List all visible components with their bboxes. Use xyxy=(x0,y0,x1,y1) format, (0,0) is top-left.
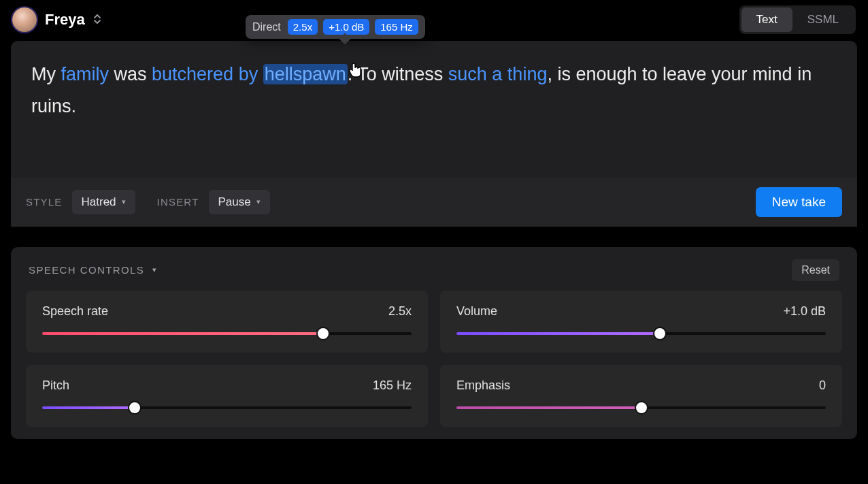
chevron-down-icon: ▾ xyxy=(122,197,126,206)
word-tooltip: Direct 2.5x +1.0 dB 165 Hz xyxy=(246,15,425,39)
editor-footer: STYLE Hatred ▾ INSERT Pause ▾ New take xyxy=(11,178,857,227)
script-highlight[interactable]: such a thing xyxy=(448,64,548,84)
volume-label: Volume xyxy=(456,304,497,319)
chevron-down-icon: ▾ xyxy=(152,265,157,274)
pitch-label: Pitch xyxy=(42,378,69,393)
speech-rate-value: 2.5x xyxy=(388,304,412,319)
pitch-slider[interactable] xyxy=(42,406,412,409)
style-dropdown[interactable]: Hatred ▾ xyxy=(72,190,135,214)
emphasis-slider[interactable] xyxy=(456,406,826,409)
insert-label: INSERT xyxy=(157,196,199,208)
emphasis-label: Emphasis xyxy=(456,378,510,393)
speech-rate-slider[interactable] xyxy=(42,332,412,335)
mode-text-button[interactable]: Text xyxy=(741,7,792,32)
avatar xyxy=(12,7,37,32)
reset-button[interactable]: Reset xyxy=(792,259,839,281)
chevron-down-icon: ▾ xyxy=(256,197,261,206)
slider-thumb[interactable] xyxy=(128,401,141,415)
chevron-updown-icon xyxy=(93,14,101,26)
emphasis-card: Emphasis 0 xyxy=(440,365,842,427)
editor-panel: Direct 2.5x +1.0 dB 165 Hz My family was… xyxy=(11,41,857,227)
volume-value: +1.0 dB xyxy=(783,304,826,319)
pitch-card: Pitch 165 Hz xyxy=(26,365,428,427)
emphasis-value: 0 xyxy=(819,378,826,393)
mode-ssml-button[interactable]: SSML xyxy=(792,7,854,32)
tooltip-pitch-chip[interactable]: 165 Hz xyxy=(375,19,418,35)
pitch-value: 165 Hz xyxy=(373,378,412,393)
speech-rate-label: Speech rate xyxy=(42,304,108,319)
voice-name: Freya xyxy=(45,11,85,29)
script-textarea[interactable]: My family was butchered by hellspawn. To… xyxy=(11,41,857,178)
script-highlight[interactable]: butchered by xyxy=(152,64,263,84)
slider-fill xyxy=(42,332,323,335)
tooltip-volume-chip[interactable]: +1.0 dB xyxy=(323,19,369,35)
script-text: My xyxy=(31,64,61,84)
volume-card: Volume +1.0 dB xyxy=(440,291,842,353)
tooltip-label: Direct xyxy=(252,21,281,33)
script-text: was xyxy=(109,64,152,84)
new-take-button[interactable]: New take xyxy=(756,187,842,217)
speech-rate-card: Speech rate 2.5x xyxy=(26,291,428,353)
speech-controls-panel: SPEECH CONTROLS ▾ Reset Speech rate 2.5x… xyxy=(11,247,857,439)
tooltip-rate-chip[interactable]: 2.5x xyxy=(288,19,318,35)
slider-thumb[interactable] xyxy=(316,327,330,340)
speech-controls-title: SPEECH CONTROLS xyxy=(29,264,144,276)
script-highlight[interactable]: family xyxy=(61,64,110,84)
voice-picker[interactable]: Freya xyxy=(12,7,101,32)
slider-thumb[interactable] xyxy=(653,327,667,340)
script-text: . To witness xyxy=(348,64,448,84)
style-value: Hatred xyxy=(82,195,116,209)
insert-value: Pause xyxy=(218,195,251,209)
slider-fill xyxy=(42,406,135,409)
volume-slider[interactable] xyxy=(456,332,826,335)
slider-fill xyxy=(456,332,660,335)
script-selected-word[interactable]: hellspawn xyxy=(263,64,348,84)
speech-controls-toggle[interactable]: SPEECH CONTROLS ▾ xyxy=(29,264,158,276)
mode-toggle: Text SSML xyxy=(739,5,856,34)
slider-fill xyxy=(456,406,641,409)
slider-thumb[interactable] xyxy=(635,401,648,415)
style-label: STYLE xyxy=(26,196,63,208)
insert-dropdown[interactable]: Pause ▾ xyxy=(209,190,270,214)
